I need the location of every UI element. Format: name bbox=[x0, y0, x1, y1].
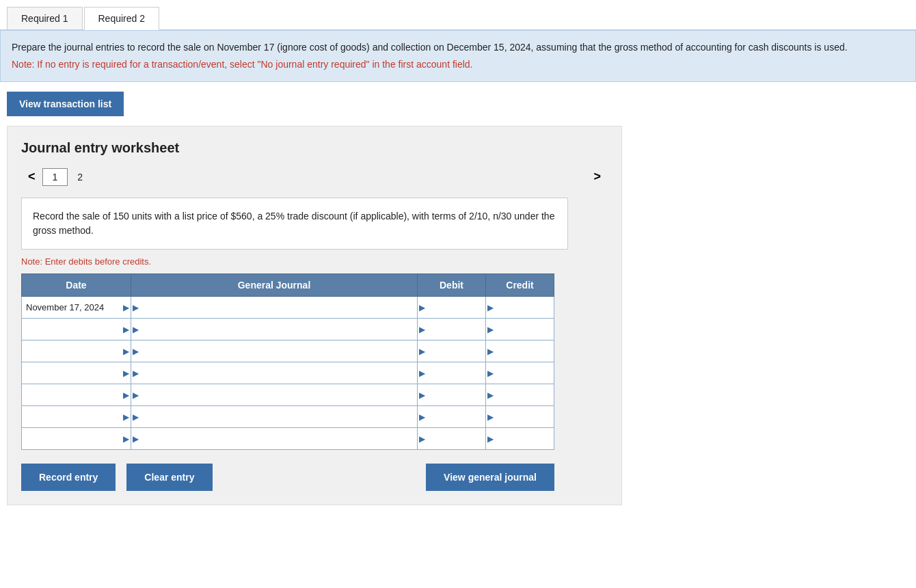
gj-arrow-0: ▶ bbox=[133, 303, 139, 312]
table-row: ▶▶▶▶ bbox=[22, 362, 554, 384]
gj-input-1[interactable] bbox=[131, 319, 417, 340]
debit-arrow-2: ▶ bbox=[419, 347, 425, 356]
credit-cell-4[interactable]: ▶ bbox=[486, 384, 554, 406]
gj-input-6[interactable] bbox=[131, 428, 417, 449]
record-entry-button[interactable]: Record entry bbox=[21, 464, 116, 491]
credit-input-4[interactable] bbox=[486, 384, 554, 405]
date-cell-5[interactable]: ▶ bbox=[22, 406, 131, 428]
debit-arrow-5: ▶ bbox=[419, 412, 425, 422]
date-cell-2[interactable]: ▶ bbox=[22, 340, 131, 362]
gj-cell-4[interactable]: ▶ bbox=[131, 384, 418, 406]
credit-arrow-4: ▶ bbox=[487, 390, 494, 400]
debit-input-0[interactable] bbox=[418, 297, 485, 318]
date-arrow-6: ▶ bbox=[123, 434, 129, 444]
credit-cell-6[interactable]: ▶ bbox=[486, 428, 554, 450]
credit-input-2[interactable] bbox=[486, 340, 554, 362]
debit-arrow-6: ▶ bbox=[419, 434, 425, 444]
credit-arrow-6: ▶ bbox=[487, 434, 494, 444]
date-cell-3[interactable]: ▶ bbox=[22, 362, 131, 384]
date-cell-4[interactable]: ▶ bbox=[22, 384, 131, 406]
debit-input-4[interactable] bbox=[418, 384, 485, 405]
date-arrow-3: ▶ bbox=[123, 369, 129, 378]
journal-entry-worksheet: Journal entry worksheet < 1 2 > Record t… bbox=[7, 126, 622, 505]
debits-note: Note: Enter debits before credits. bbox=[21, 256, 608, 267]
col-header-credit: Credit bbox=[486, 274, 554, 297]
page-1-button[interactable]: 1 bbox=[42, 168, 68, 186]
tab-required-1[interactable]: Required 1 bbox=[7, 7, 83, 29]
date-arrow-1: ▶ bbox=[123, 325, 129, 334]
view-transaction-button[interactable]: View transaction list bbox=[7, 92, 124, 116]
debit-input-5[interactable] bbox=[418, 406, 485, 427]
gj-cell-1[interactable]: ▶ bbox=[131, 319, 418, 340]
gj-input-2[interactable] bbox=[131, 340, 417, 362]
credit-arrow-5: ▶ bbox=[487, 412, 494, 422]
table-row: November 17, 2024▶▶▶▶ bbox=[22, 297, 554, 319]
view-general-journal-button[interactable]: View general journal bbox=[426, 464, 554, 491]
credit-input-0[interactable] bbox=[486, 297, 554, 318]
credit-cell-0[interactable]: ▶ bbox=[486, 297, 554, 319]
debit-cell-6[interactable]: ▶ bbox=[418, 428, 486, 450]
gj-input-0[interactable] bbox=[131, 297, 417, 318]
debit-cell-1[interactable]: ▶ bbox=[418, 319, 486, 340]
gj-arrow-2: ▶ bbox=[133, 347, 139, 356]
date-cell-0[interactable]: November 17, 2024▶ bbox=[22, 297, 131, 319]
gj-cell-0[interactable]: ▶ bbox=[131, 297, 418, 319]
description-box: Record the sale of 150 units with a list… bbox=[21, 198, 568, 250]
col-header-gj: General Journal bbox=[131, 274, 418, 297]
debit-arrow-3: ▶ bbox=[419, 369, 425, 378]
debit-cell-3[interactable]: ▶ bbox=[418, 362, 486, 384]
debit-cell-2[interactable]: ▶ bbox=[418, 340, 486, 362]
date-cell-1[interactable]: ▶ bbox=[22, 319, 131, 340]
pagination: < 1 2 > bbox=[21, 167, 608, 187]
credit-cell-3[interactable]: ▶ bbox=[486, 362, 554, 384]
prev-page-button[interactable]: < bbox=[21, 167, 42, 187]
tab-required-2[interactable]: Required 2 bbox=[84, 7, 160, 30]
info-box: Prepare the journal entries to record th… bbox=[0, 30, 916, 82]
credit-arrow-2: ▶ bbox=[487, 347, 494, 356]
gj-cell-6[interactable]: ▶ bbox=[131, 428, 418, 450]
gj-input-3[interactable] bbox=[131, 362, 417, 384]
gj-arrow-6: ▶ bbox=[133, 434, 139, 444]
gj-cell-2[interactable]: ▶ bbox=[131, 340, 418, 362]
credit-cell-2[interactable]: ▶ bbox=[486, 340, 554, 362]
credit-cell-5[interactable]: ▶ bbox=[486, 406, 554, 428]
table-row: ▶▶▶▶ bbox=[22, 319, 554, 340]
gj-cell-3[interactable]: ▶ bbox=[131, 362, 418, 384]
gj-input-4[interactable] bbox=[131, 384, 417, 405]
description-text: Record the sale of 150 units with a list… bbox=[33, 211, 554, 236]
debit-arrow-0: ▶ bbox=[419, 303, 425, 312]
debit-input-2[interactable] bbox=[418, 340, 485, 362]
table-row: ▶▶▶▶ bbox=[22, 406, 554, 428]
debit-arrow-4: ▶ bbox=[419, 390, 425, 400]
debit-arrow-1: ▶ bbox=[419, 325, 425, 334]
date-arrow-0: ▶ bbox=[123, 303, 129, 312]
debit-cell-5[interactable]: ▶ bbox=[418, 406, 486, 428]
journal-table: Date General Journal Debit Credit Novemb… bbox=[21, 273, 554, 450]
credit-input-5[interactable] bbox=[486, 406, 554, 427]
credit-arrow-1: ▶ bbox=[487, 325, 494, 334]
debit-input-6[interactable] bbox=[418, 428, 485, 449]
gj-cell-5[interactable]: ▶ bbox=[131, 406, 418, 428]
next-page-button[interactable]: > bbox=[587, 167, 608, 187]
date-arrow-4: ▶ bbox=[123, 390, 129, 400]
gj-arrow-4: ▶ bbox=[133, 390, 139, 400]
clear-entry-button[interactable]: Clear entry bbox=[126, 464, 212, 491]
debit-input-1[interactable] bbox=[418, 319, 485, 340]
tabs-container: Required 1 Required 2 bbox=[0, 0, 916, 30]
credit-input-6[interactable] bbox=[486, 428, 554, 449]
credit-arrow-0: ▶ bbox=[487, 303, 494, 312]
debit-cell-0[interactable]: ▶ bbox=[418, 297, 486, 319]
gj-arrow-1: ▶ bbox=[133, 325, 139, 334]
credit-cell-1[interactable]: ▶ bbox=[486, 319, 554, 340]
date-cell-6[interactable]: ▶ bbox=[22, 428, 131, 450]
credit-input-3[interactable] bbox=[486, 362, 554, 384]
gj-arrow-3: ▶ bbox=[133, 369, 139, 378]
gj-arrow-5: ▶ bbox=[133, 412, 139, 422]
credit-input-1[interactable] bbox=[486, 319, 554, 340]
table-row: ▶▶▶▶ bbox=[22, 384, 554, 406]
page-2-button[interactable]: 2 bbox=[68, 169, 92, 185]
gj-input-5[interactable] bbox=[131, 406, 417, 427]
debit-cell-4[interactable]: ▶ bbox=[418, 384, 486, 406]
date-arrow-2: ▶ bbox=[123, 347, 129, 356]
debit-input-3[interactable] bbox=[418, 362, 485, 384]
